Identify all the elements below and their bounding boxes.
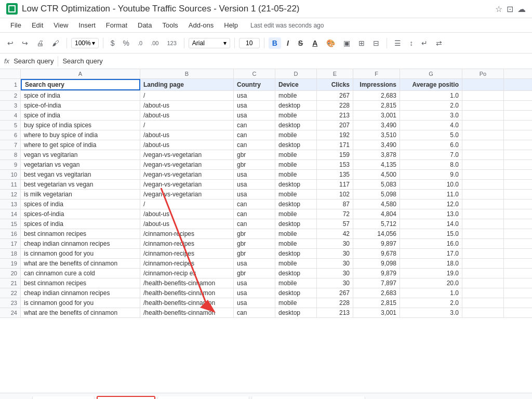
- table-row[interactable]: 18 is cinnamon good for you /cinnamon-re…: [0, 249, 532, 259]
- cell-clicks[interactable]: 207: [317, 121, 353, 130]
- cell-extra[interactable]: [462, 200, 504, 209]
- cell-clicks[interactable]: 30: [317, 239, 353, 248]
- cell-clicks[interactable]: 267: [317, 288, 353, 298]
- cell-avg-position[interactable]: 9.0: [400, 170, 462, 179]
- decimal0-button[interactable]: .0: [135, 38, 145, 48]
- cell-extra[interactable]: [462, 259, 504, 268]
- cell-country[interactable]: can: [234, 219, 275, 229]
- col-header-a[interactable]: A: [21, 69, 140, 78]
- cell-extra[interactable]: [462, 140, 504, 150]
- cell-clicks[interactable]: 192: [317, 130, 353, 140]
- cell-device[interactable]: desktop: [275, 308, 317, 317]
- menu-format[interactable]: Format: [102, 20, 131, 31]
- cell-device[interactable]: mobile: [275, 259, 317, 268]
- cell-device[interactable]: mobile: [275, 160, 317, 169]
- cell-avg-position[interactable]: 20.0: [400, 278, 462, 288]
- cell-country[interactable]: gbr: [234, 150, 275, 159]
- cell-impressions[interactable]: 7,897: [353, 278, 400, 288]
- decimal00-button[interactable]: .00: [148, 38, 162, 48]
- cell-landing-page[interactable]: /: [140, 91, 234, 100]
- rtl-button[interactable]: ⇄: [433, 37, 445, 49]
- cell-search-query[interactable]: is cinnamon good for you: [21, 298, 140, 308]
- table-row[interactable]: 13 spices of india / can desktop 87 4,58…: [0, 200, 532, 209]
- cell-avg-position[interactable]: 11.0: [400, 190, 462, 199]
- cell-device[interactable]: Device: [275, 79, 317, 90]
- cell-country[interactable]: gbr: [234, 269, 275, 278]
- table-row[interactable]: 12 is milk vegetarian /vegan-vs-vegetari…: [0, 190, 532, 200]
- cell-country[interactable]: can: [234, 130, 275, 140]
- cell-device[interactable]: mobile: [275, 170, 317, 179]
- cell-impressions[interactable]: 3,001: [353, 111, 400, 120]
- table-row[interactable]: 5 buy spice of india spices / can deskto…: [0, 121, 532, 130]
- cell-impressions[interactable]: 14,056: [353, 229, 400, 238]
- tab-brand-terms[interactable]: 3. Add Your Brand Terms ▾: [157, 396, 250, 399]
- menu-insert[interactable]: Insert: [74, 20, 100, 31]
- table-row[interactable]: 15 spices of india /about-us can desktop…: [0, 219, 532, 229]
- cell-device[interactable]: desktop: [275, 269, 317, 278]
- table-row[interactable]: 7 where to get spice of india /about-us …: [0, 140, 532, 150]
- cell-avg-position[interactable]: 7.0: [400, 150, 462, 159]
- cell-avg-position[interactable]: 19.0: [400, 269, 462, 278]
- cell-impressions[interactable]: 5,712: [353, 219, 400, 229]
- cell-impressions[interactable]: 4,500: [353, 170, 400, 179]
- table-row[interactable]: 17 cheap indian cinnamon recipes /cinnam…: [0, 239, 532, 249]
- cell-clicks[interactable]: 153: [317, 160, 353, 169]
- cell-landing-page[interactable]: /cinnamon-recip es: [140, 269, 234, 278]
- tab-instructions[interactable]: 1. Instructions ▾: [32, 396, 95, 399]
- fill-color-button[interactable]: ▣: [340, 37, 353, 49]
- cell-impressions[interactable]: 3,490: [353, 140, 400, 150]
- strikethrough-button[interactable]: S: [295, 37, 307, 49]
- formula-content[interactable]: Search query: [62, 57, 528, 65]
- bold-button[interactable]: B: [269, 37, 281, 49]
- cell-extra[interactable]: [462, 111, 504, 120]
- cell-impressions[interactable]: 4,580: [353, 200, 400, 209]
- cell-extra[interactable]: [462, 130, 504, 140]
- cell-landing-page[interactable]: Landing page: [140, 79, 234, 90]
- cell-extra[interactable]: [462, 269, 504, 278]
- cell-clicks[interactable]: 102: [317, 190, 353, 199]
- cell-landing-page[interactable]: /: [140, 121, 234, 130]
- redo-button[interactable]: ↪: [19, 37, 31, 49]
- cell-impressions[interactable]: 2,683: [353, 91, 400, 100]
- cell-avg-position[interactable]: 12.0: [400, 200, 462, 209]
- cell-country[interactable]: usa: [234, 298, 275, 308]
- cell-impressions[interactable]: 2,815: [353, 298, 400, 308]
- cell-country[interactable]: gbr: [234, 229, 275, 238]
- cell-search-query[interactable]: is cinnamon good for you: [21, 249, 140, 258]
- cell-extra[interactable]: [462, 308, 504, 317]
- table-row[interactable]: 4 spice of india /about-us usa mobile 21…: [0, 111, 532, 121]
- col-header-c[interactable]: C: [234, 69, 275, 78]
- cell-impressions[interactable]: 3,878: [353, 150, 400, 159]
- col-header-g[interactable]: G: [400, 69, 462, 78]
- cell-country[interactable]: can: [234, 140, 275, 150]
- cell-search-query[interactable]: where to get spice of india: [21, 140, 140, 150]
- cell-clicks[interactable]: 30: [317, 269, 353, 278]
- cell-avg-position[interactable]: 4.0: [400, 121, 462, 130]
- cell-device[interactable]: desktop: [275, 288, 317, 298]
- cell-avg-position[interactable]: Average positio: [400, 79, 462, 90]
- cell-impressions[interactable]: 9,098: [353, 259, 400, 268]
- cell-search-query[interactable]: spices-of-india: [21, 209, 140, 219]
- cell-search-query[interactable]: spice of india: [21, 111, 140, 120]
- cell-search-query[interactable]: buy spice of india spices: [21, 121, 140, 130]
- cell-extra[interactable]: [462, 249, 504, 258]
- cell-device[interactable]: mobile: [275, 239, 317, 248]
- currency-button[interactable]: $: [108, 37, 118, 49]
- cell-search-query[interactable]: spice of india: [21, 91, 140, 100]
- cell-landing-page[interactable]: /health-benefits-cinnamon: [140, 288, 234, 298]
- cell-search-query[interactable]: can cinnamon cure a cold: [21, 269, 140, 278]
- cell-avg-position[interactable]: 14.0: [400, 219, 462, 229]
- cell-clicks[interactable]: 135: [317, 170, 353, 179]
- col-header-h[interactable]: Po: [462, 69, 504, 78]
- cell-device[interactable]: desktop: [275, 140, 317, 150]
- cell-search-query[interactable]: vegetarian vs vegan: [21, 160, 140, 169]
- cell-device[interactable]: desktop: [275, 180, 317, 189]
- cell-device[interactable]: desktop: [275, 121, 317, 130]
- cell-search-query[interactable]: best vegan vs vegitarian: [21, 170, 140, 179]
- cell-extra[interactable]: [462, 229, 504, 238]
- cell-avg-position[interactable]: 16.0: [400, 239, 462, 248]
- sheet-menu-button[interactable]: ≡: [16, 397, 28, 400]
- cell-landing-page[interactable]: /cinnamon-recipes: [140, 249, 234, 258]
- italic-button[interactable]: I: [283, 37, 292, 49]
- cell-device[interactable]: mobile: [275, 190, 317, 199]
